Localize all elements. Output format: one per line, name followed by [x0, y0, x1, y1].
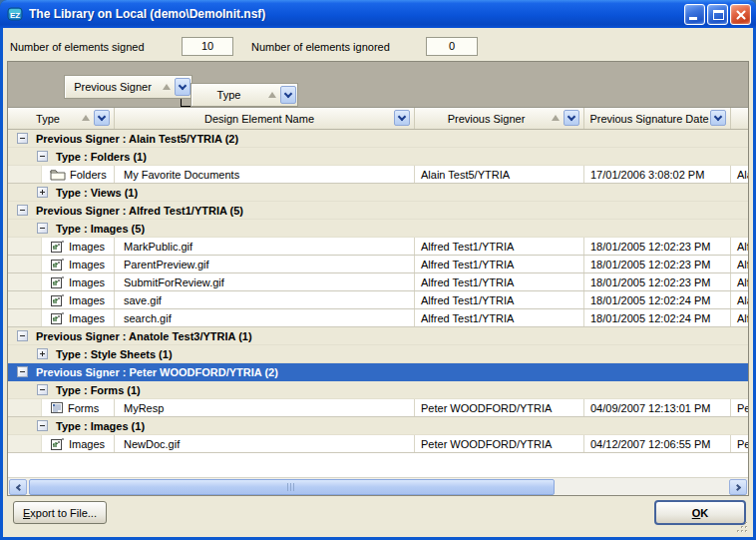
detail-row[interactable]: ImagesNewDoc.gifPeter WOODFORD/YTRIA04/1… [8, 435, 748, 453]
header-cell-extra[interactable] [731, 108, 748, 129]
results-panel: Previous Signer Type TypeDesign Element … [7, 61, 749, 496]
group-row[interactable]: Type : Images (5) [8, 220, 748, 238]
scroll-left-button[interactable] [9, 479, 27, 495]
maximize-icon [713, 10, 724, 20]
scroll-right-button[interactable] [729, 479, 747, 495]
cell-type: Images [42, 435, 115, 452]
detail-row[interactable]: Imagessave.gifAlfred Test1/YTRIA18/01/20… [8, 291, 748, 309]
resize-grip[interactable] [736, 521, 749, 534]
cell-current-signer-truncated: Pet [731, 399, 748, 416]
group-row[interactable]: Previous Signer : Alfred Test1/YTRIA (5) [8, 202, 748, 220]
type-label: Images [69, 276, 105, 288]
cell-previous-signer: Alain Test5/YTRIA [415, 166, 584, 183]
collapse-icon[interactable] [37, 384, 48, 395]
column-menu-button[interactable] [394, 110, 410, 126]
collapse-icon[interactable] [17, 330, 28, 341]
detail-row[interactable]: FoldersMy Favorite DocumentsAlain Test5/… [8, 166, 748, 184]
group-label: Type : Style Sheets (1) [56, 348, 173, 360]
window-title: The Library on Local (demo\DemoInit.nsf) [29, 7, 684, 21]
column-menu-button[interactable] [564, 110, 579, 126]
expand-icon[interactable] [37, 187, 48, 198]
group-row[interactable]: Type : Views (1) [8, 184, 748, 202]
group-label: Type : Images (1) [56, 420, 145, 432]
header-cell-previous-signer[interactable]: Previous Signer [415, 108, 584, 129]
cell-previous-signature-date: 18/01/2005 12:02:23 PM [584, 256, 731, 272]
chevron-down-icon [567, 112, 575, 120]
header-cell-type[interactable]: Type [8, 108, 115, 129]
cell-previous-signer: Alfred Test1/YTRIA [415, 256, 584, 272]
detail-row[interactable]: Imagessearch.gifAlfred Test1/YTRIA18/01/… [8, 309, 748, 327]
group-label: Type : Images (5) [56, 223, 145, 235]
cell-previous-signer: Alfred Test1/YTRIA [415, 238, 584, 255]
group-row[interactable]: Type : Images (1) [8, 417, 748, 435]
collapse-icon[interactable] [17, 133, 28, 144]
image-icon [50, 293, 65, 307]
cell-current-signer-truncated: Alfr [731, 273, 748, 290]
table-body: Previous Signer : Alain Test5/YTRIA (2)T… [8, 130, 748, 477]
group-chip-label: Previous Signer [65, 81, 161, 93]
cell-current-signer-truncated: Alfr [731, 309, 748, 326]
type-label: Folders [70, 169, 107, 181]
app-icon: EZ [7, 6, 24, 22]
dialog-body: Number of elements signed 10 Number of e… [3, 28, 753, 537]
collapse-icon[interactable] [37, 223, 48, 234]
column-label: Design Element Name [204, 113, 314, 125]
minimize-icon [689, 17, 697, 20]
group-row[interactable]: Previous Signer : Anatole Test3/YTRIA (1… [8, 327, 748, 345]
chevron-right-icon [733, 483, 740, 490]
signed-count-field: 10 [182, 37, 233, 56]
collapse-icon[interactable] [37, 151, 48, 162]
title-bar: EZ The Library on Local (demo\DemoInit.n… [0, 0, 756, 28]
row-indent-gutter [8, 166, 42, 183]
group-chip-type[interactable]: Type [190, 83, 298, 107]
cell-type: Images [42, 291, 115, 308]
cell-previous-signature-date: 18/01/2005 12:02:23 PM [584, 238, 731, 255]
group-chip-label: Type [191, 89, 266, 101]
cell-design-element-name: MarkPublic.gif [115, 238, 415, 255]
image-icon [50, 258, 65, 271]
header-cell-design-element-name[interactable]: Design Element Name [115, 108, 415, 129]
scrollbar-thumb[interactable] [29, 479, 555, 495]
export-to-file-button[interactable]: Export to File... [13, 501, 107, 524]
expand-icon[interactable] [37, 348, 48, 359]
ok-button[interactable]: OK [654, 500, 746, 525]
cell-type: Folders [42, 166, 115, 183]
cell-previous-signature-date: 18/01/2005 12:02:24 PM [584, 291, 731, 308]
detail-row[interactable]: FormsMyRespPeter WOODFORD/YTRIA04/09/200… [8, 399, 748, 417]
maximize-button[interactable] [707, 4, 728, 25]
cell-design-element-name: MyResp [115, 399, 415, 416]
chevron-down-icon [98, 112, 106, 120]
group-label: Type : Folders (1) [56, 151, 147, 163]
detail-row[interactable]: ImagesSubmitForReview.gifAlfred Test1/YT… [8, 273, 748, 291]
collapse-icon[interactable] [17, 205, 28, 216]
horizontal-scrollbar[interactable] [8, 477, 748, 495]
column-menu-button[interactable] [710, 110, 726, 126]
group-row[interactable]: Type : Style Sheets (1) [8, 345, 748, 363]
collapse-icon[interactable] [17, 366, 28, 377]
collapse-icon[interactable] [37, 420, 48, 431]
group-label: Type : Forms (1) [56, 384, 141, 396]
cell-type: Images [42, 309, 115, 326]
image-icon [50, 275, 65, 289]
detail-row[interactable]: ImagesParentPreview.gifAlfred Test1/YTRI… [8, 256, 748, 273]
group-by-panel: Previous Signer Type [8, 62, 748, 108]
group-row[interactable]: Type : Folders (1) [8, 148, 748, 166]
row-indent-gutter [8, 309, 42, 326]
group-row[interactable]: Previous Signer : Peter WOODFORD/YTRIA (… [8, 363, 748, 381]
counters-row: Number of elements signed 10 Number of e… [3, 28, 753, 61]
minimize-button[interactable] [684, 4, 705, 25]
column-menu-button[interactable] [94, 110, 110, 126]
group-row[interactable]: Previous Signer : Alain Test5/YTRIA (2) [8, 130, 748, 148]
group-row[interactable]: Type : Forms (1) [8, 381, 748, 399]
close-button[interactable] [730, 4, 751, 25]
group-label: Type : Views (1) [56, 187, 138, 199]
column-menu-button[interactable] [175, 78, 190, 96]
group-chip-previous-signer[interactable]: Previous Signer [64, 75, 192, 99]
svg-text:EZ: EZ [10, 11, 20, 20]
header-cell-previous-signature-date[interactable]: Previous Signature Date [584, 108, 731, 129]
column-menu-button[interactable] [280, 86, 296, 104]
chevron-down-icon [179, 81, 187, 89]
chevron-left-icon [15, 483, 22, 490]
type-label: Forms [68, 402, 99, 414]
detail-row[interactable]: ImagesMarkPublic.gifAlfred Test1/YTRIA18… [8, 238, 748, 256]
